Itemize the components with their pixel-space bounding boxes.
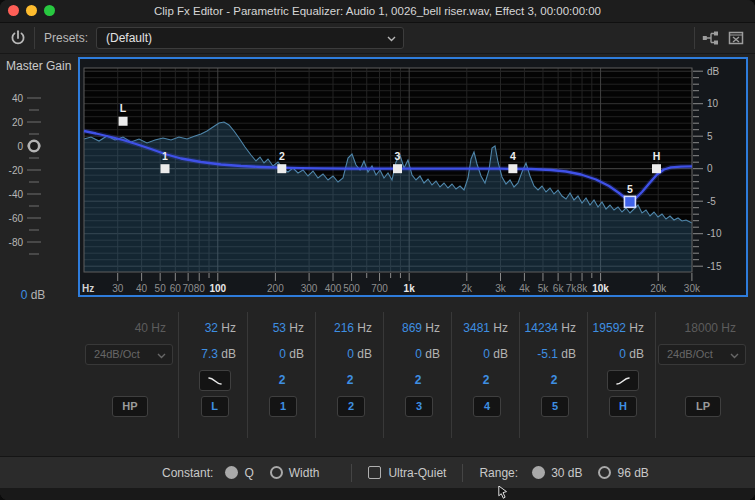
options-divider (462, 464, 463, 482)
constant-option-label: Width (289, 466, 320, 480)
master-gain-knob[interactable] (29, 141, 39, 151)
title-bar[interactable]: Clip Fx Editor - Parametric Equalizer: A… (0, 0, 755, 23)
slope-dropdown-LP[interactable]: 24dB/Oct (658, 344, 746, 365)
routing-icon[interactable] (702, 30, 720, 46)
q-value-5[interactable]: 2 (520, 373, 588, 387)
master-gain-tick-label: -20 (9, 165, 24, 176)
chevron-down-icon (387, 36, 396, 42)
preset-dropdown[interactable]: (Default) (96, 27, 404, 49)
clip-fx-editor-window: Clip Fx Editor - Parametric Equalizer: A… (0, 0, 755, 500)
band-enable-button-LP[interactable]: LP (685, 396, 721, 417)
q-value-1[interactable]: 2 (248, 373, 316, 387)
hz-tick-label: 8k (577, 283, 589, 294)
eq-point-label-3: 3 (395, 150, 401, 162)
eq-graph-panel[interactable]: L12345HdB1050-5-10-153040506070801002003… (78, 57, 748, 297)
hz-tick-label: 30 (112, 283, 124, 294)
master-gain-unit: dB (31, 288, 46, 302)
db-tick-label: -10 (707, 228, 722, 239)
range-option-96-db[interactable]: 96 dB (598, 466, 648, 480)
eq-point-3[interactable] (393, 164, 402, 173)
constant-option-width[interactable]: Width (270, 466, 320, 480)
range-option-radio[interactable] (532, 466, 545, 479)
master-gain-value[interactable]: 0 dB (2, 288, 64, 302)
gain-value-5[interactable]: -5.1 dB (520, 347, 588, 361)
master-gain-tick-label: 20 (12, 117, 24, 128)
range-option-radio[interactable] (598, 466, 611, 479)
master-gain-tick-label: -60 (9, 213, 24, 224)
band-enable-button-4[interactable]: 4 (473, 396, 501, 417)
q-value-3[interactable]: 2 (384, 373, 452, 387)
master-gain-slider[interactable]: 40200-20-40-60-80 (2, 86, 74, 266)
frequency-value-2[interactable]: 216 Hz (316, 321, 384, 335)
hz-tick-label: 10k (592, 283, 609, 294)
eq-point-1[interactable] (161, 164, 170, 173)
q-value-2[interactable]: 2 (316, 373, 384, 387)
band-enable-button-5[interactable]: 5 (541, 396, 569, 417)
eq-point-4[interactable] (508, 164, 517, 173)
frequency-value-3[interactable]: 869 Hz (384, 321, 452, 335)
low-shelf-button[interactable] (199, 370, 231, 391)
eq-graph[interactable]: L12345HdB1050-5-10-153040506070801002003… (80, 59, 746, 295)
hz-tick-label: 100 (209, 283, 226, 294)
master-gain-number[interactable]: 0 (21, 288, 28, 302)
toolbar-divider (34, 27, 35, 49)
band-column-2: 216 Hz0 dB22 (315, 312, 384, 438)
gain-value-4[interactable]: 0 dB (452, 347, 520, 361)
low-shelf-icon (207, 375, 223, 387)
db-tick-label: 5 (707, 131, 713, 142)
frequency-value-4[interactable]: 3481 Hz (452, 321, 520, 335)
band-enable-button-L[interactable]: L (201, 396, 229, 417)
band-enable-button-H[interactable]: H (609, 396, 637, 417)
master-gain-tick-label: 0 (17, 141, 23, 152)
gain-value-H[interactable]: 0 dB (588, 347, 656, 361)
constant-option-radio[interactable] (225, 466, 238, 479)
range-option-30-db[interactable]: 30 dB (532, 466, 582, 480)
gain-value-L[interactable]: 7.3 dB (179, 347, 248, 361)
hz-tick-label: 40 (136, 283, 148, 294)
ultra-quiet-option[interactable]: Ultra-Quiet (368, 466, 446, 480)
band-column-LP: 18000 Hz24dB/OctLP (655, 312, 748, 438)
db-tick-label: 10 (707, 98, 719, 109)
db-tick-label: -15 (707, 261, 722, 272)
eq-point-label-4: 4 (510, 150, 516, 162)
band-enable-button-2[interactable]: 2 (337, 396, 365, 417)
power-toggle-icon[interactable] (9, 29, 27, 47)
hz-tick-label: 4k (519, 283, 531, 294)
gain-value-3[interactable]: 0 dB (384, 347, 452, 361)
db-tick-label: 0 (707, 163, 713, 174)
band-enable-button-1[interactable]: 1 (269, 396, 297, 417)
bands-table: Frequency Gain Q / Width Band 40 Hz24dB/… (0, 310, 755, 450)
constant-option-label: Q (244, 466, 253, 480)
eq-point-5[interactable] (624, 196, 635, 207)
range-option-label: 30 dB (551, 466, 582, 480)
band-enable-button-HP[interactable]: HP (112, 396, 148, 417)
preset-dropdown-value: (Default) (106, 31, 152, 45)
eq-point-label-L: L (120, 102, 127, 114)
constant-option-q[interactable]: Q (225, 466, 253, 480)
chevron-down-icon (730, 353, 739, 359)
high-shelf-button[interactable] (607, 370, 639, 391)
hz-tick-label: 200 (267, 283, 284, 294)
eq-point-L[interactable] (119, 117, 128, 126)
eq-point-label-H: H (653, 150, 661, 162)
frequency-value-LP: 18000 Hz (656, 321, 748, 335)
close-editor-icon[interactable] (728, 30, 744, 46)
q-value-4[interactable]: 2 (452, 373, 520, 387)
ultra-quiet-checkbox[interactable] (368, 466, 381, 479)
gain-value-2[interactable]: 0 dB (316, 347, 384, 361)
eq-point-2[interactable] (277, 164, 286, 173)
band-enable-button-3[interactable]: 3 (405, 396, 433, 417)
frequency-value-L[interactable]: 32 Hz (179, 321, 248, 335)
eq-point-label-1: 1 (162, 150, 168, 162)
mouse-cursor (494, 486, 512, 500)
band-column-L: 32 Hz7.3 dBL (178, 312, 248, 438)
gain-value-1[interactable]: 0 dB (248, 347, 316, 361)
constant-label: Constant: (162, 466, 213, 480)
constant-option-radio[interactable] (270, 466, 283, 479)
frequency-value-1[interactable]: 53 Hz (248, 321, 316, 335)
eq-point-H[interactable] (652, 164, 661, 173)
ultra-quiet-label: Ultra-Quiet (388, 466, 446, 480)
frequency-value-5[interactable]: 14234 Hz (520, 321, 588, 335)
slope-dropdown-HP[interactable]: 24dB/Oct (85, 344, 173, 365)
frequency-value-H[interactable]: 19592 Hz (588, 321, 656, 335)
